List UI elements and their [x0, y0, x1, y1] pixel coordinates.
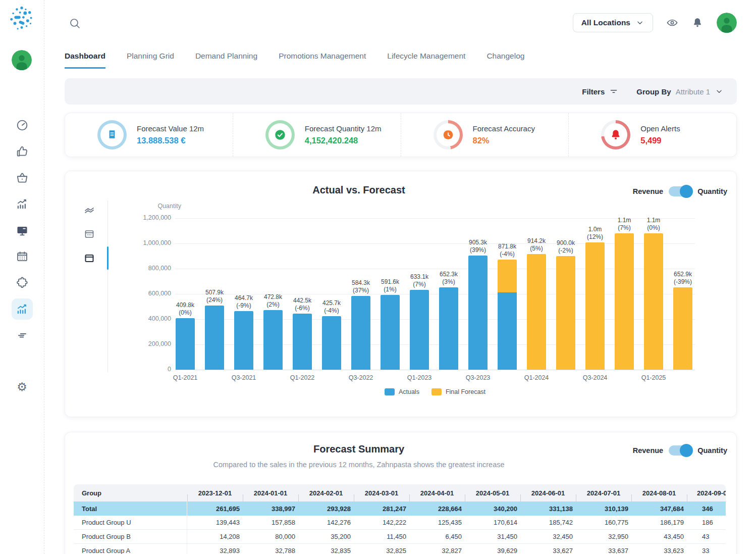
tab-planning-grid[interactable]: Planning Grid: [127, 52, 174, 69]
row-value: 32,835: [298, 547, 354, 554]
filters-button[interactable]: Filters: [582, 87, 618, 96]
revenue-quantity-switch[interactable]: [669, 445, 692, 456]
toggle-label-quantity: Quantity: [697, 446, 727, 455]
bar-actuals[interactable]: [351, 296, 370, 370]
summary-table[interactable]: Group2023-12-012024-01-012024-02-012024-…: [74, 484, 726, 554]
row-value: 142,276: [298, 519, 354, 526]
row-value: 125,435: [409, 519, 465, 526]
bar-actuals[interactable]: [439, 287, 458, 370]
sidebar-item-settings[interactable]: ⚙: [16, 380, 29, 393]
summary-table-header-row: Group2023-12-012024-01-012024-02-012024-…: [74, 484, 726, 501]
bar-actuals[interactable]: [205, 306, 224, 370]
legend-swatch: [431, 388, 442, 395]
gear-icon: ⚙: [17, 381, 27, 393]
x-axis-tick-label: Q1-2025: [631, 374, 676, 381]
kpi-ring: [601, 120, 630, 149]
sidebar-item-approvals[interactable]: [16, 145, 29, 158]
chart-trend-icon: [16, 197, 29, 211]
row-value: 139,443: [187, 519, 243, 526]
tab-demand-planning[interactable]: Demand Planning: [195, 52, 257, 69]
kpi-title: Forecast Value 12m: [137, 124, 204, 133]
filter-lines-icon: [609, 87, 618, 96]
y-axis-tick-label: 1,200,000: [121, 214, 171, 221]
forecast-summary-card: Forecast Summary Compared to the sales i…: [65, 432, 737, 554]
x-axis-tick-label: Q3-2021: [221, 374, 266, 381]
row-value: 340,200: [465, 505, 520, 513]
tab-changelog[interactable]: Changelog: [487, 52, 524, 69]
kpi-ring: [97, 120, 127, 149]
row-value: 228,664: [409, 505, 465, 513]
y-axis-tick-label: 1,000,000: [121, 239, 171, 246]
group-by-label: Group By: [636, 87, 671, 96]
location-selector[interactable]: All Locations: [573, 13, 653, 32]
kpi-ring: [434, 120, 463, 149]
search-button[interactable]: [69, 17, 81, 29]
kpi-open-alerts[interactable]: Open Alerts 5,499: [568, 113, 736, 157]
column-header: 2024-05-01: [465, 489, 520, 497]
bar-forecast[interactable]: [556, 256, 575, 370]
column-header: 2024-06-01: [520, 489, 576, 497]
legend-item-actuals[interactable]: Actuals: [385, 388, 419, 395]
group-by-selector[interactable]: Group By Attribute 1: [636, 87, 724, 96]
row-value: 80,000: [243, 533, 298, 540]
bar-forecast[interactable]: [673, 287, 692, 370]
bar-forecast[interactable]: [585, 242, 605, 370]
row-value: 170,614: [465, 519, 520, 526]
chart-legend: ActualsFinal Forecast: [175, 388, 695, 395]
bar-actuals[interactable]: [410, 290, 429, 370]
app-logo[interactable]: [8, 5, 35, 32]
bar-forecast[interactable]: [644, 233, 663, 370]
workspace-avatar[interactable]: [12, 50, 32, 70]
sidebar-item-calendar[interactable]: [16, 250, 29, 263]
bar-final-forecast[interactable]: [498, 260, 517, 292]
kpi-forecast-quantity[interactable]: Forecast Quantity 12m 4,152,420.248: [233, 113, 401, 157]
sidebar-item-dashboard[interactable]: [16, 119, 29, 132]
filters-label: Filters: [582, 87, 605, 96]
tab-dashboard[interactable]: Dashboard: [65, 52, 105, 69]
table-row: Product Group A32,89332,78832,83532,8253…: [74, 544, 726, 554]
row-value: 6,450: [409, 533, 465, 540]
sidebar-item-forecast-dashboard-active[interactable]: [12, 298, 33, 320]
tab-promotions-management[interactable]: Promotions Management: [279, 52, 366, 69]
sidebar-item-logs[interactable]: [16, 329, 29, 342]
row-value: 32,950: [576, 533, 631, 540]
bar-actuals[interactable]: [293, 314, 312, 370]
row-value: 293,928: [298, 505, 354, 513]
summary-title: Forecast Summary: [65, 443, 653, 455]
stacked-lines-icon: [16, 329, 29, 342]
sidebar-item-analytics[interactable]: [16, 197, 29, 211]
bar-actuals[interactable]: [381, 295, 400, 370]
y-axis-label: Quantity: [126, 203, 181, 210]
eye-icon: [666, 17, 678, 29]
row-value: 185,742: [520, 519, 576, 526]
sidebar-item-presentations[interactable]: [16, 224, 29, 237]
visibility-button[interactable]: [666, 17, 678, 29]
kpi-value: 82%: [473, 136, 535, 145]
bar-value-label: 652.3k(3%): [426, 271, 471, 285]
tab-lifecycle-management[interactable]: Lifecycle Management: [387, 52, 465, 69]
table-row: Product Group U139,443157,858142,276142,…: [74, 516, 726, 530]
bar-actuals[interactable]: [498, 292, 517, 370]
bar-actuals[interactable]: [263, 310, 283, 370]
row-value: 11,450: [354, 533, 409, 540]
bar-forecast[interactable]: [527, 254, 546, 370]
receipt-icon: [105, 128, 119, 141]
sidebar-item-products[interactable]: [16, 171, 29, 184]
sidebar-item-integrations[interactable]: [16, 276, 29, 289]
notifications-button[interactable]: [691, 17, 704, 29]
row-group-label: Total: [74, 501, 187, 516]
user-avatar[interactable]: [717, 13, 737, 33]
bar-actuals[interactable]: [322, 316, 341, 370]
column-header: 2023-12-01: [187, 489, 243, 497]
bar-actuals[interactable]: [468, 256, 488, 370]
row-value: 32,450: [520, 533, 576, 540]
chevron-down-icon: [715, 87, 724, 96]
legend-item-final-forecast[interactable]: Final Forecast: [431, 388, 485, 395]
kpi-title: Forecast Quantity 12m: [305, 124, 382, 133]
bar-actuals[interactable]: [234, 311, 253, 370]
kpi-forecast-value[interactable]: Forecast Value 12m 13.888.538 €: [65, 113, 233, 157]
bar-forecast[interactable]: [615, 233, 634, 370]
kpi-forecast-accuracy[interactable]: Forecast Accuracy 82%: [401, 113, 569, 157]
avatar-person-icon: [717, 13, 737, 33]
bar-actuals[interactable]: [176, 318, 195, 370]
